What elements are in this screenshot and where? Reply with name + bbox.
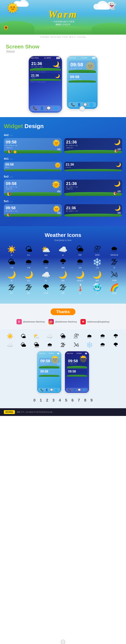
icon-wind: 🌬 早晨雾	[107, 270, 122, 282]
icon-mostly-sunny: 🌤 多云	[21, 245, 36, 256]
night-partly-label: 晴间多云	[77, 280, 83, 282]
bp1-dock: 📞 👤 💬 🌐	[38, 388, 60, 392]
bp2-widget: 09:58 周一-12/30 十一月1	[67, 358, 87, 368]
bp2-date: 周一-12/30 十一月1	[68, 363, 86, 364]
hero-flower-icon: 🌻	[3, 25, 9, 31]
5x2-label: 5x2 ::::::	[4, 175, 122, 178]
w3-grass	[4, 169, 62, 171]
phone-statusbar-1: Moji China 21:36PM ▓▓▓	[29, 56, 62, 60]
date-2: 周一 -12/30 十一月口1	[70, 68, 94, 70]
w7-temp: 6℃	[57, 212, 61, 214]
weather-icons-subtitle: Everybody in here	[4, 239, 122, 241]
w1-date: 周一-12/30 十一月1	[6, 144, 60, 146]
bi1-emoji: 🌤	[21, 333, 26, 340]
widget-5x1-day: 09:58 周一-12/30 十一月1 🌞 6℃ 🐌	[4, 204, 62, 217]
refresh-link[interactable]: Refresh	[0, 50, 126, 53]
big-time-2: 09:58	[70, 62, 94, 68]
weather-icons-section: Weather Icons Everybody in here ☀️ 晴 🌤 多…	[0, 226, 126, 304]
dock2-phone: 📞	[71, 103, 75, 106]
storm-label: 暴雨	[62, 267, 64, 269]
bic4-emoji: 🌧	[47, 342, 53, 348]
widget-top-1: 21:36 周一 -12/30 十一月口1 0 晴晴 18℃ 🌙 2℃	[30, 60, 61, 71]
hill-right	[92, 23, 126, 34]
w3-info: 晴晴 6℃	[5, 166, 60, 168]
dock2-messages: 💬	[83, 103, 87, 106]
grass-2	[68, 70, 96, 73]
bic6-emoji: 🌬	[73, 342, 79, 348]
w4-info: 12/30 2℃	[66, 166, 121, 168]
cloudy-emoji: ☁️	[59, 245, 67, 254]
weibo-link[interactable]: W tabbleware@tingbalingx	[80, 319, 110, 324]
overcast-emoji: ☁️	[41, 270, 50, 279]
widget-5x1-section: 5x1 :::::: 09:58 周一-12/30 十一月1 🌞 6℃ 🐌 21…	[4, 200, 122, 217]
home-button-2[interactable]	[79, 106, 85, 112]
w1-grass	[4, 150, 62, 154]
phone-showcase: Moji China 21:36PM ▓▓▓ 21:36 周一 -12/30 十…	[0, 56, 126, 117]
bp2-dock-2: 👤	[73, 388, 76, 391]
phone-frame-2: Moji China 09:58AM ▓▓▓ 🌞 6℃ 09:58 周一 -12…	[66, 56, 98, 110]
hero-ghost-icon: 👻	[107, 2, 117, 10]
icon-fog: 🌫 雾	[107, 258, 122, 269]
bp1-big-time: 09:58	[40, 359, 58, 363]
footer-text: 翻翻 天气（2013最佳天气类手机应用作品合集）	[17, 411, 54, 414]
cold-emoji: 🥶	[93, 283, 102, 292]
w1-sun: 🌞	[52, 139, 60, 147]
dock-messages: 💬	[47, 106, 51, 110]
bottom-icon-0: ☀️	[4, 333, 16, 340]
frozen-rain-label: 冻雨	[78, 267, 82, 269]
icon-cold: 🥶 冷	[89, 283, 105, 294]
num-3: 3	[53, 398, 55, 402]
dust-label: 浮尘	[10, 292, 13, 294]
wind-emoji: 🌬	[111, 270, 118, 279]
4x2-label: 4x2 ::::::	[4, 133, 122, 136]
instagram-url: @tabbleware.Martining	[55, 320, 77, 323]
phone-screen-1: Moji China 21:36PM ▓▓▓ 21:36 周一 -12/30 十…	[29, 56, 62, 113]
screen-show-section: Screen Show Refresh Moji China 21:36PM ▓…	[0, 40, 126, 117]
w6-moon: 🌙	[114, 180, 121, 187]
w6-temp: 2℃	[117, 190, 121, 192]
screen-show-title: Screen Show	[0, 44, 126, 50]
heavy-rain-emoji: 🌧	[42, 258, 50, 266]
icon-thunder-hail: 🌨 雷阵雨冰雹	[107, 245, 122, 256]
theme-label: THEME DESIGN FOR MOJI CHINA	[0, 34, 126, 40]
footer-logo: ZCOOL	[4, 410, 15, 414]
4x1-dots: ::::::	[9, 158, 13, 160]
bottom-icons-row1: ☀️ 🌤 ⛅ ☁️ 🌦 ⛈ 🌧 🌨 🌩	[4, 333, 122, 340]
w1-snail: 🐌	[8, 149, 12, 154]
thunder-label: 雷阵雨	[95, 254, 100, 256]
bi5-emoji: ⛈	[73, 333, 79, 340]
dock2-contacts: 👤	[77, 103, 81, 106]
bi0-emoji: ☀️	[7, 333, 13, 340]
icon-partly-cloudy: ⛅ 晴间	[38, 245, 54, 256]
bic7-emoji: ❄️	[86, 342, 93, 348]
dock-safari: 🌐	[54, 106, 58, 110]
cloudy-label: 阴	[62, 254, 64, 256]
w2-time: 21:36	[66, 140, 120, 144]
bic5-emoji: 🌫	[60, 342, 66, 348]
w2-date: 周一-12/30 十一月1	[66, 144, 120, 146]
night-shower-label: 阵雨	[62, 280, 64, 282]
widget-5x1-night: 21:36 周一-12/30 十一月1 🌙 2℃	[64, 204, 122, 217]
bottom-dock-1: 📞 👤 💬 🌐	[30, 106, 61, 111]
cloud-2b	[97, 1, 108, 10]
light-rain-emoji: 🌥	[8, 258, 15, 266]
dense-fog-emoji: 🌫	[59, 283, 67, 292]
carrier-2: Moji China	[69, 57, 76, 59]
w5-grass	[4, 192, 62, 196]
bp2-time: 09:58AM	[76, 353, 82, 354]
widget-4x2-day: 09:58 周一-12/30 十一月1 0 晴晴 18℃ 🌞 6℃ 🐌 🌼	[4, 138, 62, 154]
instagram-link[interactable]: IG @tabbleware.Martining	[49, 319, 77, 324]
heavy-rain-label: 大雨	[44, 267, 48, 269]
thanks-badge: Thanks	[51, 308, 75, 315]
bottom-icon-c2: 🌥	[17, 342, 29, 348]
icon-night-clear: 🌙 晴	[4, 270, 19, 282]
dribbble-link[interactable]: D @tabbleware.Martining	[16, 319, 45, 324]
medium-rain-label: 中雨	[27, 267, 30, 269]
5x1-dots: ::::::	[9, 200, 13, 202]
bp2-dock-1: 📞	[68, 388, 71, 391]
num-0: 0	[33, 398, 35, 402]
icon-unknown: 🌈 不知道	[107, 283, 122, 294]
w6-time: 21:36	[66, 181, 120, 186]
mostly-sunny-emoji: 🌤	[25, 245, 32, 254]
hero-title: Warm 一犬依草垂组成的天气联系 幽幽的 沙信Q号	[48, 9, 77, 26]
